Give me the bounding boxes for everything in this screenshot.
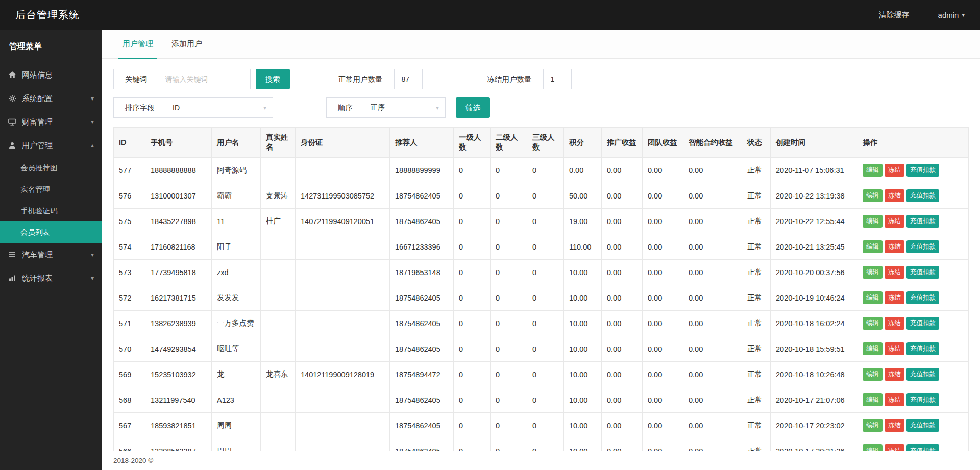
edit-button[interactable]: 编辑 bbox=[863, 240, 883, 253]
recharge-deduct-button[interactable]: 充值扣款 bbox=[906, 240, 939, 253]
table-cell: 18754862405 bbox=[390, 336, 454, 362]
order-group: 顺序 正序 ▾ bbox=[326, 97, 446, 118]
table-cell: 杜广 bbox=[261, 209, 296, 234]
table-cell: 2020-10-22 13:19:38 bbox=[771, 183, 857, 209]
edit-button[interactable]: 编辑 bbox=[863, 215, 883, 228]
tab-add-user[interactable]: 添加用户 bbox=[162, 30, 211, 58]
table-cell: 0.00 bbox=[643, 158, 683, 183]
table-cell: 正常 bbox=[742, 362, 771, 387]
recharge-deduct-button[interactable]: 充值扣款 bbox=[906, 444, 939, 451]
freeze-button[interactable]: 冻结 bbox=[885, 291, 904, 304]
table-cell: 支景涛 bbox=[261, 183, 296, 209]
sidebar-item-label: 用户管理 bbox=[22, 141, 53, 151]
sidebar-item-car-management[interactable]: 汽车管理 ▾ bbox=[0, 243, 102, 266]
table-cell: 10.00 bbox=[564, 285, 602, 311]
user-menu[interactable]: admin ▾ bbox=[938, 11, 965, 19]
sidebar-subitem-realname[interactable]: 实名管理 bbox=[0, 179, 102, 200]
freeze-button[interactable]: 冻结 bbox=[885, 266, 904, 279]
recharge-deduct-button[interactable]: 充值扣款 bbox=[906, 342, 939, 355]
sidebar-item-statistics[interactable]: 统计报表 ▾ bbox=[0, 266, 102, 290]
freeze-button[interactable]: 冻结 bbox=[885, 342, 904, 355]
clear-cache-link[interactable]: 清除缓存 bbox=[879, 10, 910, 20]
sidebar-subitem-sms-code[interactable]: 手机验证码 bbox=[0, 200, 102, 221]
edit-button[interactable]: 编辑 bbox=[863, 189, 883, 202]
freeze-button[interactable]: 冻结 bbox=[885, 189, 904, 202]
edit-button[interactable]: 编辑 bbox=[863, 419, 883, 432]
recharge-deduct-button[interactable]: 充值扣款 bbox=[906, 266, 939, 279]
search-row: 关键词 搜索 正常用户数量 87 冻结用户数量 1 bbox=[113, 69, 969, 89]
sidebar: 管理菜单 网站信息 系统配置 ▾ bbox=[0, 30, 102, 470]
column-header: 操作 bbox=[857, 128, 969, 158]
recharge-deduct-button[interactable]: 充值扣款 bbox=[906, 164, 939, 177]
table-cell: 0 bbox=[491, 438, 527, 451]
sub-item-label: 会员推荐图 bbox=[20, 163, 58, 173]
table-row: 57317739495818zxd1871965314800010.000.00… bbox=[114, 260, 969, 285]
freeze-button[interactable]: 冻结 bbox=[885, 215, 904, 228]
table-cell: 0 bbox=[454, 260, 491, 285]
recharge-deduct-button[interactable]: 充值扣款 bbox=[906, 189, 939, 202]
edit-button[interactable]: 编辑 bbox=[863, 317, 883, 330]
table-cell: 13208563387 bbox=[145, 438, 212, 451]
table-cell: 2020-10-17 20:21:26 bbox=[771, 438, 857, 451]
content-area: 关键词 搜索 正常用户数量 87 冻结用户数量 1 排序字段 bbox=[102, 59, 980, 451]
page-footer: 2018-2020 © bbox=[102, 451, 980, 470]
table-cell: 110.00 bbox=[564, 234, 602, 260]
username-label: admin bbox=[938, 11, 959, 19]
edit-button[interactable]: 编辑 bbox=[863, 368, 883, 381]
sidebar-item-wealth[interactable]: 财富管理 ▾ bbox=[0, 110, 102, 134]
table-cell: 2020-10-22 12:55:44 bbox=[771, 209, 857, 234]
edit-button[interactable]: 编辑 bbox=[863, 444, 883, 451]
filter-button[interactable]: 筛选 bbox=[456, 97, 490, 118]
table-cell: 15235103932 bbox=[145, 362, 212, 387]
table-cell: 呕吐等 bbox=[212, 336, 261, 362]
table-cell: 0 bbox=[491, 336, 527, 362]
table-cell: 13826238939 bbox=[145, 311, 212, 336]
table-cell: 霸霸 bbox=[212, 183, 261, 209]
recharge-deduct-button[interactable]: 充值扣款 bbox=[906, 215, 939, 228]
sidebar-subitem-member-referral[interactable]: 会员推荐图 bbox=[0, 157, 102, 179]
keyword-input[interactable] bbox=[159, 69, 251, 89]
table-cell bbox=[261, 438, 296, 451]
sidebar-item-system-config[interactable]: 系统配置 ▾ bbox=[0, 87, 102, 110]
home-icon bbox=[8, 71, 17, 80]
sort-field-select[interactable]: ID ▾ bbox=[166, 97, 273, 118]
edit-button[interactable]: 编辑 bbox=[863, 393, 883, 406]
freeze-button[interactable]: 冻结 bbox=[885, 317, 904, 330]
table-cell: 140121199009128019 bbox=[296, 362, 390, 387]
table-cell: 0.00 bbox=[602, 438, 643, 451]
recharge-deduct-button[interactable]: 充值扣款 bbox=[906, 317, 939, 330]
table-cell: 50.00 bbox=[564, 183, 602, 209]
edit-button[interactable]: 编辑 bbox=[863, 291, 883, 304]
sidebar-item-label: 财富管理 bbox=[22, 117, 53, 127]
tab-user-management[interactable]: 用户管理 bbox=[113, 30, 162, 58]
freeze-button[interactable]: 冻结 bbox=[885, 368, 904, 381]
row-actions: 编辑冻结充值扣款 bbox=[857, 260, 969, 285]
freeze-button[interactable]: 冻结 bbox=[885, 393, 904, 406]
sidebar-item-site-info[interactable]: 网站信息 bbox=[0, 63, 102, 87]
table-cell: 正常 bbox=[742, 438, 771, 451]
sidebar-subitem-member-list[interactable]: 会员列表 bbox=[0, 221, 102, 243]
table-cell: 0 bbox=[454, 158, 491, 183]
table-cell: 570 bbox=[114, 336, 145, 362]
freeze-button[interactable]: 冻结 bbox=[885, 240, 904, 253]
sidebar-item-user-management[interactable]: 用户管理 ▴ bbox=[0, 134, 102, 157]
search-button[interactable]: 搜索 bbox=[256, 69, 290, 89]
table-cell: 0 bbox=[454, 183, 491, 209]
edit-button[interactable]: 编辑 bbox=[863, 164, 883, 177]
recharge-deduct-button[interactable]: 充值扣款 bbox=[906, 291, 939, 304]
edit-button[interactable]: 编辑 bbox=[863, 266, 883, 279]
table-cell: 18754894472 bbox=[390, 362, 454, 387]
freeze-button[interactable]: 冻结 bbox=[885, 444, 904, 451]
table-cell: 0.00 bbox=[643, 209, 683, 234]
freeze-button[interactable]: 冻结 bbox=[885, 419, 904, 432]
order-select[interactable]: 正序 ▾ bbox=[364, 97, 446, 118]
recharge-deduct-button[interactable]: 充值扣款 bbox=[906, 368, 939, 381]
recharge-deduct-button[interactable]: 充值扣款 bbox=[906, 393, 939, 406]
table-cell: 发发发 bbox=[212, 285, 261, 311]
table-cell: 571 bbox=[114, 311, 145, 336]
recharge-deduct-button[interactable]: 充值扣款 bbox=[906, 419, 939, 432]
table-cell: 0 bbox=[527, 311, 564, 336]
freeze-button[interactable]: 冻结 bbox=[885, 164, 904, 177]
edit-button[interactable]: 编辑 bbox=[863, 342, 883, 355]
column-header: ID bbox=[114, 128, 145, 158]
